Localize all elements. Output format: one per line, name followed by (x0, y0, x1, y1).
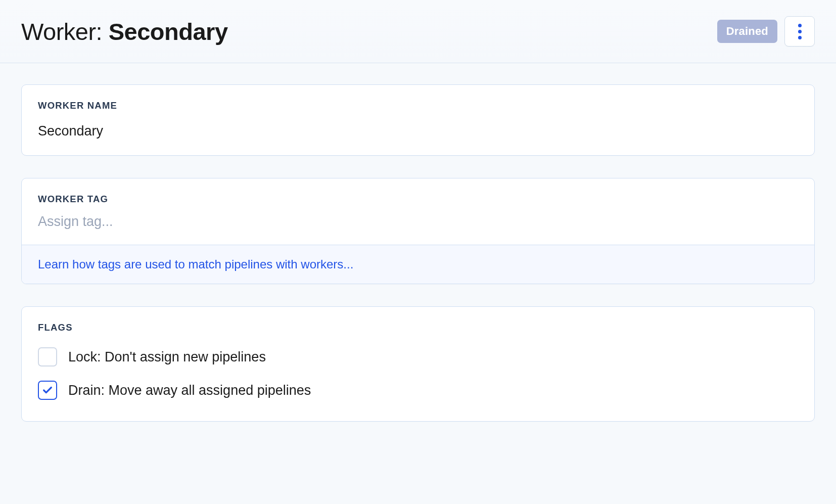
worker-tag-card: WORKER TAG Learn how tags are used to ma… (21, 178, 815, 284)
flags-card: FLAGS Lock: Don't assign new pipelines D… (21, 306, 815, 422)
title-prefix: Worker: (21, 18, 109, 45)
worker-name-label: WORKER NAME (22, 85, 814, 111)
worker-name-value[interactable]: Secondary (22, 111, 814, 155)
worker-tag-help: Learn how tags are used to match pipelin… (22, 245, 814, 284)
worker-tag-label: WORKER TAG (22, 178, 814, 205)
flag-row-lock: Lock: Don't assign new pipelines (38, 340, 798, 374)
drain-checkbox[interactable] (38, 381, 57, 400)
worker-name-card: WORKER NAME Secondary (21, 84, 815, 156)
tags-help-link[interactable]: Learn how tags are used to match pipelin… (38, 257, 353, 271)
lock-checkbox[interactable] (38, 347, 57, 366)
flags-label: FLAGS (22, 307, 814, 333)
content-area: WORKER NAME Secondary WORKER TAG Learn h… (0, 63, 836, 465)
flags-list: Lock: Don't assign new pipelines Drain: … (22, 333, 814, 421)
lock-flag-label[interactable]: Lock: Don't assign new pipelines (68, 349, 266, 365)
page-header: Worker: Secondary Drained (0, 0, 836, 63)
status-badge: Drained (717, 20, 777, 43)
title-worker-name: Secondary (109, 18, 228, 45)
page-title: Worker: Secondary (21, 18, 228, 45)
worker-tag-input[interactable] (38, 214, 798, 230)
header-actions: Drained (717, 16, 815, 47)
vertical-dots-icon (798, 24, 802, 39)
more-menu-button[interactable] (784, 16, 815, 47)
flag-row-drain: Drain: Move away all assigned pipelines (38, 374, 798, 407)
check-icon (42, 385, 53, 396)
drain-flag-label[interactable]: Drain: Move away all assigned pipelines (68, 383, 311, 398)
